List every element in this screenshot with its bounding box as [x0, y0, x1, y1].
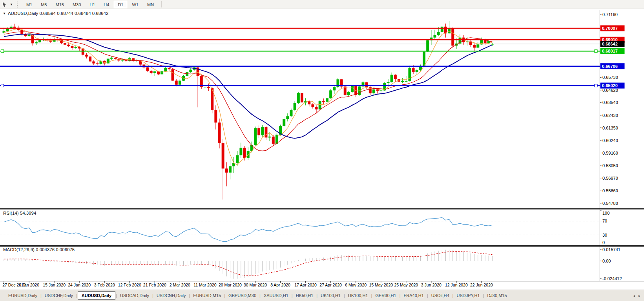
timeframe-button-h4[interactable]: H4 [100, 1, 113, 8]
svg-text:0: 0 [602, 240, 605, 245]
macd-histogram [4, 250, 492, 279]
svg-text:0.68642: 0.68642 [602, 42, 618, 46]
chart-tab-usdchf-daily[interactable]: USDCHF,Daily [42, 292, 76, 299]
toolbar-separator [161, 1, 162, 7]
svg-text:0.61350: 0.61350 [602, 126, 618, 130]
dropdown-arrow-icon[interactable]: ▼ [8, 0, 15, 9]
svg-text:0.68017: 0.68017 [602, 49, 618, 53]
ma-fast-line [4, 29, 492, 165]
svg-text:15 May 2020: 15 May 2020 [369, 283, 393, 287]
scroll-tabs-left-button[interactable]: ◂ [633, 294, 635, 298]
svg-text:0.70007: 0.70007 [602, 26, 618, 31]
svg-text:3 Feb 2020: 3 Feb 2020 [94, 283, 115, 287]
rsi-level-lines [0, 221, 600, 235]
mt4-chart-window: ▼ M1M5M15M30H1H4D1W1MN ▼AUDUSD,Daily 0.6… [0, 0, 644, 301]
svg-text:21 Feb 2020: 21 Feb 2020 [143, 283, 166, 287]
svg-text:-0.024412: -0.024412 [602, 276, 622, 281]
price-chart-canvas[interactable]: 0.711900.679200.657300.646200.635400.624… [0, 9, 644, 290]
svg-text:11 Mar 2020: 11 Mar 2020 [193, 283, 216, 287]
svg-text:20 Mar 2020: 20 Mar 2020 [219, 283, 242, 287]
svg-text:24 Jan 2020: 24 Jan 2020 [68, 283, 91, 287]
hline-handle[interactable] [1, 50, 4, 53]
macd-axis-labels: 0.0157410.00-0.024412 [600, 247, 622, 281]
svg-text:2 Mar 2020: 2 Mar 2020 [170, 283, 190, 287]
svg-text:0.62430: 0.62430 [602, 113, 618, 118]
svg-text:3 Jun 2020: 3 Jun 2020 [421, 283, 441, 287]
svg-text:0.65730: 0.65730 [602, 75, 618, 80]
timeframes-toolbar: ▼ M1M5M15M30H1H4D1W1MN [0, 0, 644, 9]
svg-text:0.65020: 0.65020 [602, 83, 618, 88]
timeframe-buttons-group: M1M5M15M30H1H4D1W1MN [22, 1, 158, 8]
macd-indicator-label: MACD(12,26,9) 0.004376 0.006075 [3, 247, 75, 252]
chart-tab-usoil-h4[interactable]: USOil,H4 [429, 292, 452, 299]
hline-handle[interactable] [595, 84, 597, 87]
chart-tab-usdcad-daily[interactable]: USDCAD,Daily [117, 292, 152, 299]
scroll-tabs-right-button[interactable]: ▸ [639, 294, 640, 298]
chart-tab-usdcnh-daily[interactable]: USDCNH,Daily [154, 292, 189, 299]
chart-tab-ger30-h1[interactable]: GER30,H1 [372, 292, 399, 299]
svg-text:8 Apr 2020: 8 Apr 2020 [270, 283, 290, 287]
svg-text:30 Mar 2020: 30 Mar 2020 [244, 283, 267, 287]
svg-text:100: 100 [602, 211, 609, 215]
svg-text:12 Jun 2020: 12 Jun 2020 [445, 283, 468, 287]
chart-title-text: AUDUSD,Daily 0.68594 0.68744 0.68484 0.6… [8, 11, 108, 16]
chart-tab-audusd-daily[interactable]: AUDUSD,Daily [78, 291, 115, 300]
svg-text:27 Apr 2020: 27 Apr 2020 [319, 283, 342, 287]
svg-text:6 Jan 2020: 6 Jan 2020 [19, 283, 39, 287]
svg-text:25 May 2020: 25 May 2020 [394, 283, 418, 287]
svg-text:0.015741: 0.015741 [602, 247, 620, 252]
svg-text:12 Feb 2020: 12 Feb 2020 [118, 283, 141, 287]
chart-tab-uk100-h1[interactable]: UK100,H1 [318, 292, 343, 299]
chart-tab-fra40-h1[interactable]: FRA40,H1 [401, 292, 427, 299]
svg-text:0.55860: 0.55860 [602, 188, 618, 193]
chart-tab-dj30-m15[interactable]: DJ30,M15 [484, 292, 509, 299]
svg-text:30: 30 [602, 233, 607, 237]
svg-text:0.56970: 0.56970 [602, 176, 618, 181]
toolbar-grip[interactable] [17, 2, 18, 7]
svg-text:0.59160: 0.59160 [602, 151, 618, 155]
chart-tab-usdjpy-h1[interactable]: USDJPY,H1 [454, 292, 482, 299]
rsi-indicator-label: RSI(14) 54.3994 [3, 211, 36, 215]
chart-cursor-icon [2, 2, 7, 7]
svg-text:0.00: 0.00 [602, 259, 611, 263]
timeframe-button-w1[interactable]: W1 [128, 1, 142, 8]
svg-text:70: 70 [602, 219, 607, 223]
collapse-arrow-icon[interactable]: ▼ [3, 12, 6, 15]
svg-text:0.71190: 0.71190 [602, 12, 618, 17]
chart-title: ▼AUDUSD,Daily 0.68594 0.68744 0.68484 0.… [3, 11, 108, 16]
candles [3, 21, 494, 200]
chart-tab-gbpusd-m30[interactable]: GBPUSD,M30 [226, 292, 259, 299]
timeframe-button-d1[interactable]: D1 [114, 1, 127, 8]
svg-text:0.58050: 0.58050 [602, 163, 618, 168]
chart-tab-bar: EURUSD,Daily|USDCHF,Daily|AUDUSD,Daily|U… [0, 290, 644, 301]
rsi-axis-labels: 10070300 [600, 211, 610, 245]
svg-text:0.54780: 0.54780 [602, 201, 618, 206]
chart-tab-eurusd-daily[interactable]: EURUSD,Daily [5, 292, 40, 299]
svg-text:0.60240: 0.60240 [602, 138, 618, 143]
svg-text:22 Jun 2020: 22 Jun 2020 [470, 283, 493, 287]
svg-text:15 Jan 2020: 15 Jan 2020 [43, 283, 66, 287]
hline-handle[interactable] [595, 50, 597, 53]
timeframe-button-h1[interactable]: H1 [86, 1, 99, 8]
svg-text:17 Apr 2020: 17 Apr 2020 [294, 283, 317, 287]
timeframe-button-m30[interactable]: M30 [69, 1, 85, 8]
timeframe-button-m5[interactable]: M5 [37, 1, 51, 8]
chart-tab-uk100-h1[interactable]: UK100,H1 [345, 292, 371, 299]
chart-cursor-tool-button[interactable] [0, 0, 8, 9]
svg-text:0.64620: 0.64620 [602, 88, 618, 93]
chart-tab-xauusd-h1[interactable]: XAUUSD,H1 [261, 292, 291, 299]
svg-text:6 May 2020: 6 May 2020 [345, 283, 367, 287]
timeframe-button-m15[interactable]: M15 [51, 1, 68, 8]
hline-handle[interactable] [1, 84, 4, 87]
timeframe-button-mn[interactable]: MN [143, 1, 158, 8]
tab-scroll-arrows: ◂ ▸ [633, 294, 640, 298]
timeframe-button-m1[interactable]: M1 [22, 1, 36, 8]
chart-tabs-group: EURUSD,Daily|USDCHF,Daily|AUDUSD,Daily|U… [5, 291, 510, 300]
svg-text:0.63540: 0.63540 [602, 100, 618, 105]
chart-tab-hk50-h1[interactable]: HK50,H1 [293, 292, 316, 299]
date-axis-labels: 27 Dec 20196 Jan 202015 Jan 202024 Jan 2… [2, 281, 493, 288]
svg-text:0.66706: 0.66706 [602, 64, 618, 69]
chart-tab-eurusd-m15[interactable]: EURUSD,M15 [190, 292, 224, 299]
ma-slow-line [4, 34, 492, 139]
ma-medium-line [4, 32, 492, 151]
